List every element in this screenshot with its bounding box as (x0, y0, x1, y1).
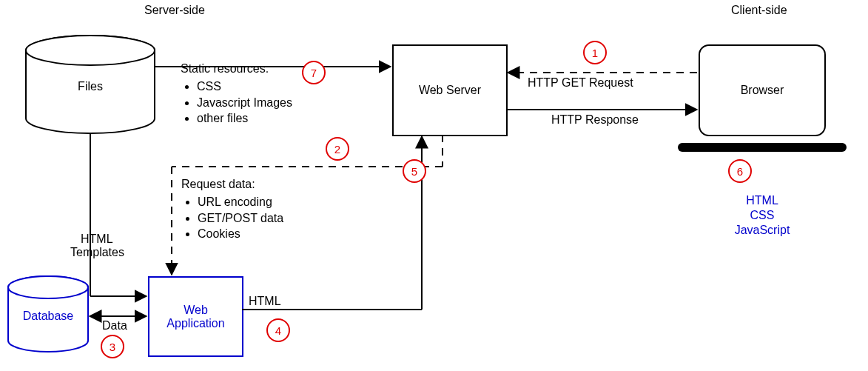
step-marker-1: 1 (583, 41, 607, 64)
request-item-0: URL encoding (198, 194, 283, 210)
request-item-2: Cookies (198, 226, 283, 242)
step-marker-3: 3 (101, 335, 124, 358)
files-label: Files (78, 80, 103, 93)
html-edge-label: HTML (249, 295, 281, 308)
request-data-list: Request data: URL encoding GET/POST data… (181, 178, 283, 242)
step-marker-2: 2 (326, 137, 349, 161)
browser-box: Browser (699, 44, 826, 136)
html-templates-label-1: HTML (81, 233, 113, 246)
client-side-header: Client-side (731, 4, 787, 17)
web-app-label-1: Web (184, 304, 208, 317)
svg-point-3 (8, 276, 88, 298)
svg-rect-2 (678, 143, 847, 152)
diagram-canvas: Server-side Client-side Files Web Server… (0, 0, 868, 371)
svg-point-0 (26, 36, 155, 65)
data-edge-label: Data (102, 319, 127, 332)
html-templates-label-2: Templates (70, 246, 124, 259)
static-resources-title: Static resources: (181, 62, 269, 75)
svg-point-1 (26, 36, 155, 65)
step-marker-5: 5 (403, 159, 426, 183)
step-marker-7: 7 (302, 61, 326, 84)
http-get-label: HTTP GET Request (528, 76, 633, 90)
static-resources-list: Static resources: CSS Javascript Images … (181, 62, 292, 127)
svg-point-4 (8, 276, 88, 298)
static-item-0: CSS (197, 78, 292, 95)
web-app-label-2: Application (166, 317, 224, 330)
web-server-box: Web Server (392, 44, 508, 136)
server-side-header: Server-side (144, 4, 205, 17)
client-tech-2: CSS (750, 209, 775, 222)
http-response-label: HTTP Response (551, 113, 639, 127)
client-tech-3: JavaScript (735, 224, 790, 237)
static-item-1: Javascript Images (197, 95, 292, 111)
web-application-box: Web Application (148, 276, 243, 357)
client-tech-1: HTML (746, 194, 778, 207)
request-data-title: Request data: (181, 178, 255, 190)
request-item-1: GET/POST data (198, 210, 283, 227)
step-marker-4: 4 (266, 318, 290, 342)
step-marker-6: 6 (728, 159, 752, 183)
static-item-2: other files (197, 110, 292, 127)
database-label: Database (23, 310, 74, 323)
